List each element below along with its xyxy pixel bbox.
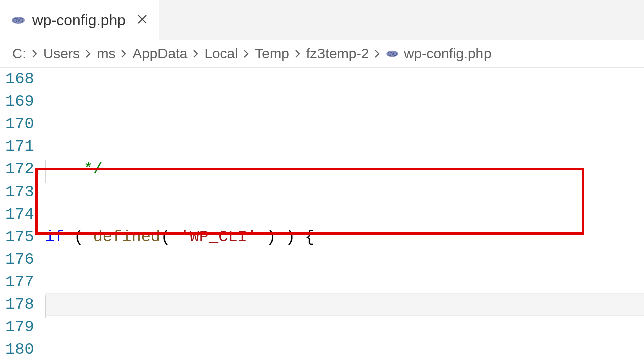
- breadcrumb-seg[interactable]: ms: [97, 46, 115, 62]
- line-number: 174: [5, 203, 34, 226]
- line-number: 178: [5, 293, 34, 316]
- chevron-right-icon: [80, 48, 97, 59]
- line-number: 180: [5, 338, 34, 361]
- line-number: 171: [5, 135, 34, 158]
- php-file-icon: [386, 49, 399, 58]
- tab-label: wp-config.php: [32, 12, 126, 29]
- chevron-right-icon: [187, 48, 204, 59]
- line-number: 179: [5, 316, 34, 338]
- line-number: 168: [5, 68, 34, 90]
- breadcrumb-seg[interactable]: AppData: [132, 46, 187, 62]
- chevron-right-icon: [115, 48, 132, 59]
- chevron-right-icon: [369, 48, 386, 59]
- breadcrumb: C: Users ms AppData Local Temp fz3temp-2…: [0, 40, 644, 68]
- breadcrumb-seg[interactable]: fz3temp-2: [306, 46, 369, 62]
- close-icon[interactable]: [136, 12, 149, 28]
- code-line[interactable]: $_SERVER['HTTP_HOST'] = '127.0.0.1';: [45, 293, 644, 316]
- chevron-right-icon: [26, 48, 43, 59]
- line-number: 175: [5, 226, 34, 248]
- tab-bar: wp-config.php: [0, 0, 644, 40]
- tab-wp-config[interactable]: wp-config.php: [0, 0, 159, 40]
- code-area[interactable]: */ if ( defined( 'WP_CLI' ) ) { $_SERVER…: [45, 68, 644, 363]
- breadcrumb-seg[interactable]: C:: [12, 46, 26, 62]
- code-line[interactable]: if ( defined( 'WP_CLI' ) ) {: [45, 226, 644, 248]
- chevron-right-icon: [238, 48, 255, 59]
- line-number: 176: [5, 248, 34, 271]
- line-number-gutter: 168169170171172173174175176177178179180: [0, 68, 45, 363]
- code-line[interactable]: }: [45, 361, 644, 363]
- code-line[interactable]: */: [45, 158, 644, 180]
- php-file-icon: [11, 13, 25, 27]
- chevron-right-icon: [289, 48, 306, 59]
- breadcrumb-seg[interactable]: wp-config.php: [404, 46, 491, 62]
- line-number: 177: [5, 271, 34, 293]
- breadcrumb-seg[interactable]: Local: [204, 46, 238, 62]
- line-number: 169: [5, 90, 34, 113]
- code-editor[interactable]: 168169170171172173174175176177178179180 …: [0, 68, 644, 363]
- line-number: 172: [5, 158, 34, 180]
- line-number: 173: [5, 180, 34, 203]
- breadcrumb-seg[interactable]: Temp: [255, 46, 289, 62]
- line-number: 170: [5, 113, 34, 135]
- breadcrumb-seg[interactable]: Users: [43, 46, 80, 62]
